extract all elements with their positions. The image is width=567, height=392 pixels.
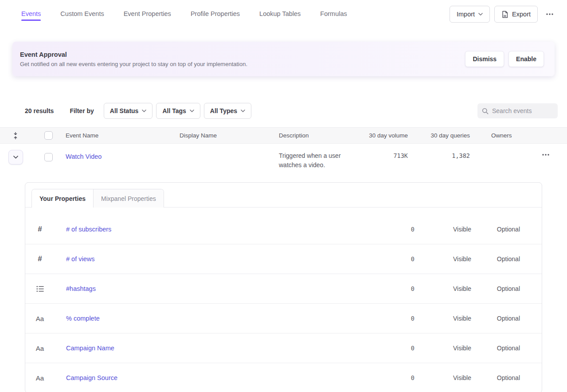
col-description: Description xyxy=(279,132,364,139)
expand-row-cell xyxy=(0,144,31,176)
display-name-cell xyxy=(180,144,279,176)
dismiss-button[interactable]: Dismiss xyxy=(465,51,504,67)
tab-custom-events[interactable]: Custom Events xyxy=(60,5,104,24)
property-requirement: Optional xyxy=(471,285,520,292)
nav-actions: Import Export xyxy=(450,6,557,23)
text-icon: Aa xyxy=(25,315,55,322)
row-actions-cell xyxy=(531,144,567,176)
lexicon-page: Events Custom Events Event Properties Pr… xyxy=(0,0,567,392)
property-visibility: Visible xyxy=(414,285,471,292)
event-approval-banner: Event Approval Get notified on all new e… xyxy=(12,42,555,76)
property-row: Aa Campaign Source 0 Visible Optional xyxy=(25,363,542,392)
import-button-label: Import xyxy=(457,11,475,18)
property-requirement: Optional xyxy=(471,374,520,381)
col-30-day-queries: 30 day queries xyxy=(408,132,470,139)
property-row: Aa % complete 0 Visible Optional xyxy=(25,304,542,333)
property-requirement: Optional xyxy=(471,315,520,322)
export-button[interactable]: Export xyxy=(494,6,538,23)
event-name-cell: Watch Video xyxy=(66,144,180,176)
header-checkbox-cell xyxy=(31,131,66,140)
import-button[interactable]: Import xyxy=(450,6,490,23)
property-value: 0 xyxy=(361,226,414,233)
table-row-watch-video: Watch Video Triggered when a user watche… xyxy=(0,144,567,176)
property-row: # # of subscribers 0 Visible Optional xyxy=(25,215,542,244)
export-csv-icon xyxy=(501,11,508,18)
text-icon: Aa xyxy=(25,345,55,352)
row-more-button[interactable] xyxy=(540,152,551,158)
property-value: 0 xyxy=(361,345,414,352)
owners-cell xyxy=(491,144,531,176)
ellipsis-icon xyxy=(546,13,554,16)
tab-profile-properties[interactable]: Profile Properties xyxy=(191,5,240,24)
property-link[interactable]: # of views xyxy=(66,255,94,263)
event-name-link[interactable]: Watch Video xyxy=(66,153,102,160)
filter-bar: 20 results Filter by All Status All Tags… xyxy=(25,103,558,119)
text-icon: Aa xyxy=(25,374,55,382)
tab-lookup-tables[interactable]: Lookup Tables xyxy=(259,5,301,24)
property-row: # # of views 0 Visible Optional xyxy=(25,244,542,274)
types-filter-dropdown[interactable]: All Types xyxy=(204,103,251,119)
property-link[interactable]: #hashtags xyxy=(66,285,96,292)
property-value: 0 xyxy=(361,285,414,292)
col-display-name: Display Name xyxy=(180,132,279,139)
number-icon: # xyxy=(25,225,55,234)
collapse-all-button[interactable] xyxy=(0,132,31,139)
property-link[interactable]: Campaign Source xyxy=(66,374,117,381)
banner-title: Event Approval xyxy=(20,51,465,58)
property-requirement: Optional xyxy=(471,345,520,352)
property-value: 0 xyxy=(361,315,414,322)
events-table-header: Event Name Display Name Description 30 d… xyxy=(0,127,567,144)
ellipsis-icon xyxy=(542,153,550,156)
property-link[interactable]: % complete xyxy=(66,315,100,322)
chevron-down-icon xyxy=(190,110,194,112)
types-filter-label: All Types xyxy=(210,107,237,114)
top-navigation: Events Custom Events Event Properties Pr… xyxy=(0,0,567,28)
property-value: 0 xyxy=(361,255,414,263)
tags-filter-dropdown[interactable]: All Tags xyxy=(156,103,200,119)
property-visibility: Visible xyxy=(414,255,471,263)
status-filter-dropdown[interactable]: All Status xyxy=(104,103,153,119)
col-event-name: Event Name xyxy=(66,132,180,139)
more-options-button[interactable] xyxy=(542,6,557,23)
results-count: 20 results xyxy=(25,107,54,114)
number-icon: # xyxy=(25,255,55,263)
property-link[interactable]: # of subscribers xyxy=(66,226,111,233)
tab-formulas[interactable]: Formulas xyxy=(320,5,347,24)
collapse-row-button[interactable] xyxy=(8,150,23,165)
banner-actions: Dismiss Enable xyxy=(465,51,544,67)
properties-tab-group: Your Properties Mixpanel Properties xyxy=(31,189,164,208)
chevron-down-icon xyxy=(478,13,483,16)
property-link[interactable]: Campaign Name xyxy=(66,345,114,352)
property-visibility: Visible xyxy=(414,374,471,381)
col-owners: Owners xyxy=(491,132,531,139)
property-value: 0 xyxy=(361,374,414,381)
tab-events[interactable]: Events xyxy=(21,5,41,24)
property-visibility: Visible xyxy=(414,315,471,322)
property-row: Aa Campaign Name 0 Visible Optional xyxy=(25,333,542,363)
tags-filter-label: All Tags xyxy=(162,107,186,114)
banner-description: Get notified on all new events entering … xyxy=(20,61,465,67)
property-visibility: Visible xyxy=(414,345,471,352)
banner-text: Event Approval Get notified on all new e… xyxy=(20,51,465,67)
property-requirement: Optional xyxy=(471,226,520,233)
status-filter-label: All Status xyxy=(110,107,139,114)
enable-button[interactable]: Enable xyxy=(508,51,544,67)
property-row: #hashtags 0 Visible Optional xyxy=(25,274,542,304)
chevron-down-icon xyxy=(142,110,146,112)
col-30-day-volume: 30 day volume xyxy=(364,132,408,139)
property-requirement: Optional xyxy=(471,255,520,263)
filter-by-label: Filter by xyxy=(70,107,94,114)
queries-cell: 1,382 xyxy=(408,144,470,176)
tab-your-properties[interactable]: Your Properties xyxy=(32,189,93,208)
row-checkbox-cell xyxy=(31,144,66,176)
search-input[interactable] xyxy=(492,107,553,114)
event-properties-panel: Your Properties Mixpanel Properties # # … xyxy=(25,182,542,392)
tab-event-properties[interactable]: Event Properties xyxy=(124,5,171,24)
tab-mixpanel-properties[interactable]: Mixpanel Properties xyxy=(93,189,164,208)
volume-cell: 713K xyxy=(364,144,408,176)
nav-tabs: Events Custom Events Event Properties Pr… xyxy=(21,5,450,24)
select-all-checkbox[interactable] xyxy=(44,131,53,140)
chevron-down-icon xyxy=(241,110,245,112)
search-events-box xyxy=(477,103,558,118)
row-checkbox[interactable] xyxy=(44,153,53,161)
